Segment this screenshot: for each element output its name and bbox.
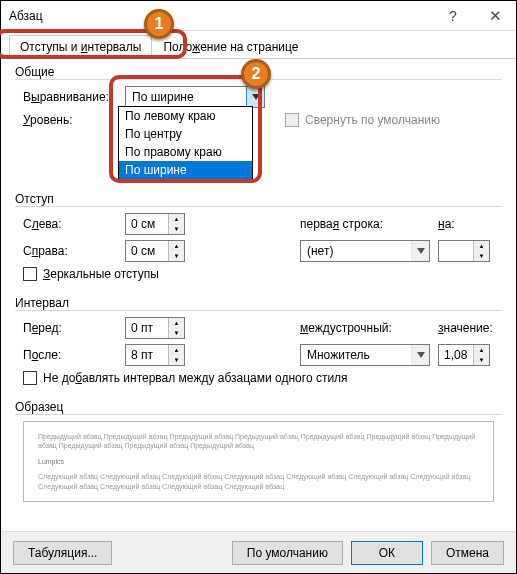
footer: Табуляция... По умолчанию ОК Отмена <box>1 531 516 573</box>
tab-content: 1 2 Общие Выравнивание: По ширине По лев… <box>1 59 516 502</box>
no-add-space-checkbox[interactable] <box>23 371 37 385</box>
default-button[interactable]: По умолчанию <box>232 541 343 565</box>
indent-by-label: на: <box>438 217 455 231</box>
tab-page-position[interactable]: Положение на странице <box>152 35 309 59</box>
first-line-combo[interactable]: (нет) <box>300 240 430 262</box>
spinner-down-icon[interactable]: ▼ <box>169 224 184 234</box>
mirror-indents-label: Зеркальные отступы <box>43 267 159 281</box>
preview-next: Следующий абзац Следующий абзац Следующи… <box>38 472 479 491</box>
line-spacing-label: междустрочный: <box>300 321 438 335</box>
window-title: Абзац <box>9 9 432 23</box>
ok-button[interactable]: ОК <box>351 541 423 565</box>
alignment-combo[interactable]: По ширине <box>125 86 265 108</box>
option-left[interactable]: По левому краю <box>119 107 252 125</box>
group-indent: Отступ <box>15 192 502 207</box>
indent-left-spinner[interactable]: 0 см ▲▼ <box>125 213 185 235</box>
line-spacing-combo[interactable]: Множитель <box>300 344 430 366</box>
close-button[interactable]: ✕ <box>474 1 516 31</box>
spacing-before-spinner[interactable]: 0 пт ▲▼ <box>125 317 185 339</box>
no-add-space-label: Не добавлять интервал между абзацами одн… <box>43 371 348 385</box>
indent-by-spinner[interactable]: ▲▼ <box>438 240 490 262</box>
preview-prev: Предыдущий абзац Предыдущий абзац Предыд… <box>38 432 479 451</box>
option-justify[interactable]: По ширине <box>119 161 252 179</box>
spacing-after-label: После: <box>15 348 125 362</box>
indent-right-spinner[interactable]: 0 см ▲▼ <box>125 240 185 262</box>
cancel-button[interactable]: Отмена <box>431 541 504 565</box>
level-label: Уровень: <box>15 113 125 127</box>
callout-2-badge: 2 <box>241 59 271 89</box>
preview-box: Предыдущий абзац Предыдущий абзац Предыд… <box>23 421 494 502</box>
tab-indents-spacing[interactable]: Отступы и интервалы <box>9 35 152 59</box>
callout-1-badge: 1 <box>144 9 174 39</box>
indent-left-label: Слева: <box>15 217 125 231</box>
tabs-button[interactable]: Табуляция... <box>13 541 112 565</box>
group-sample: Образец <box>15 400 502 415</box>
indent-right-label: Справа: <box>15 244 125 258</box>
spinner-up-icon[interactable]: ▲ <box>169 214 184 224</box>
spacing-at-spinner[interactable]: 1,08 ▲▼ <box>438 344 490 366</box>
group-spacing: Интервал <box>15 296 502 311</box>
spacing-after-spinner[interactable]: 8 пт ▲▼ <box>125 344 185 366</box>
option-center[interactable]: По центру <box>119 125 252 143</box>
collapse-checkbox <box>285 113 299 127</box>
titlebar: Абзац ? ✕ <box>1 1 516 31</box>
spacing-before-label: Перед: <box>15 321 125 335</box>
first-line-label: первая строка: <box>300 217 438 231</box>
alignment-label: Выравнивание: <box>15 90 125 104</box>
option-right[interactable]: По правому краю <box>119 143 252 161</box>
collapse-label: Свернуть по умолчанию <box>305 113 440 127</box>
paragraph-dialog: Абзац ? ✕ Отступы и интервалы Положение … <box>0 0 517 574</box>
tab-strip: Отступы и интервалы Положение на страниц… <box>1 31 516 59</box>
alignment-dropdown[interactable]: По левому краю По центру По правому краю… <box>118 106 253 180</box>
chevron-down-icon[interactable] <box>411 345 429 365</box>
preview-body: Lumpics <box>38 457 479 466</box>
chevron-down-icon[interactable] <box>246 87 264 107</box>
spacing-at-label: значение: <box>438 321 493 335</box>
mirror-indents-checkbox[interactable] <box>23 267 37 281</box>
help-button[interactable]: ? <box>432 1 474 31</box>
chevron-down-icon[interactable] <box>411 241 429 261</box>
